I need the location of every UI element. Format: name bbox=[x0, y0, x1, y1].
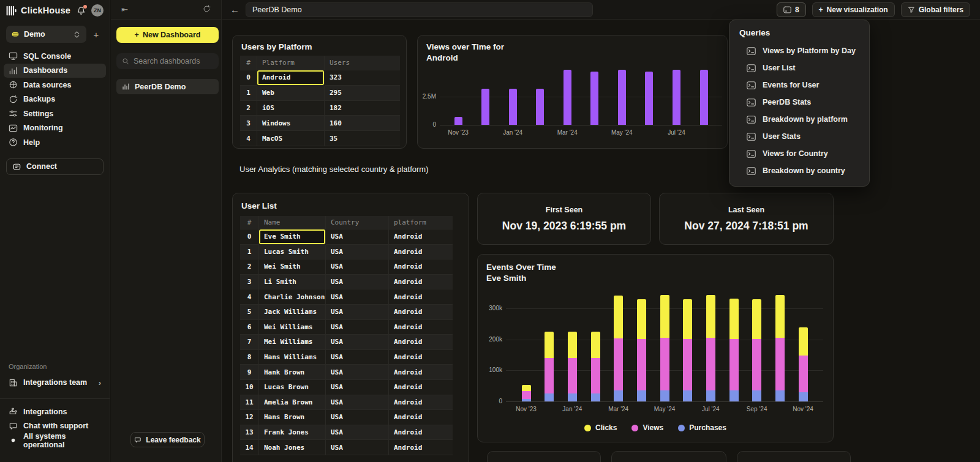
sidebar-item-dashboards[interactable]: Dashboards bbox=[4, 64, 106, 78]
table-cell[interactable]: 182 bbox=[325, 101, 400, 116]
table-cell[interactable]: Android bbox=[389, 440, 453, 455]
table-cell[interactable]: Wei Williams bbox=[259, 320, 326, 335]
sidebar-item-monitoring[interactable]: Monitoring bbox=[4, 121, 106, 136]
table-cell[interactable]: 10 bbox=[240, 380, 259, 395]
table-cell[interactable]: USA bbox=[326, 350, 389, 365]
table-cell[interactable]: USA bbox=[326, 335, 389, 350]
table-cell[interactable]: Android bbox=[389, 380, 453, 395]
table-cell[interactable]: Hank Brown bbox=[259, 365, 326, 380]
table-cell[interactable]: Android bbox=[389, 365, 453, 380]
table-cell[interactable]: Android bbox=[389, 229, 453, 245]
table-cell[interactable]: 13 bbox=[240, 425, 259, 441]
table-cell[interactable]: 5 bbox=[240, 305, 259, 320]
sidebar-item-help[interactable]: Help bbox=[4, 135, 106, 150]
sidebar-item-all-systems-operational[interactable]: All systems operational bbox=[4, 433, 106, 448]
table-cell[interactable]: 9 bbox=[240, 365, 259, 380]
table-cell[interactable]: Frank Jones bbox=[259, 425, 326, 441]
query-item-breakdown-by-platform[interactable]: Breakdown by platform bbox=[739, 111, 869, 128]
table-cell[interactable]: 295 bbox=[325, 86, 400, 101]
table-cell[interactable]: 160 bbox=[325, 116, 400, 131]
sidebar-item-settings[interactable]: Settings bbox=[4, 106, 106, 121]
table-cell[interactable]: 14 bbox=[240, 440, 259, 455]
query-item-views-by-platform-by-day[interactable]: Views by Platform by Day bbox=[739, 42, 869, 59]
table-cell[interactable]: Hans Williams bbox=[259, 350, 326, 365]
table-cell[interactable]: Android bbox=[389, 305, 453, 320]
table-cell[interactable]: Android bbox=[389, 335, 453, 350]
user-avatar[interactable]: ZN bbox=[91, 4, 104, 17]
sidebar-item-backups[interactable]: Backups bbox=[4, 92, 106, 107]
notifications-bell-icon[interactable] bbox=[77, 6, 86, 15]
table-cell[interactable]: 12 bbox=[240, 410, 259, 425]
collapse-panel-icon[interactable]: ⇤ bbox=[121, 5, 128, 14]
table-cell[interactable]: Android bbox=[257, 70, 325, 86]
table-cell[interactable]: 1 bbox=[240, 245, 259, 260]
add-workspace-button[interactable]: + bbox=[89, 29, 104, 40]
sidebar-item-sql-console[interactable]: SQL Console bbox=[4, 49, 106, 64]
query-item-views-for-country[interactable]: Views for Country bbox=[739, 145, 869, 162]
new-visualization-button[interactable]: + New visualization bbox=[812, 2, 895, 17]
table-cell[interactable]: Eve Smith bbox=[259, 229, 326, 245]
global-filters-button[interactable]: Global filters bbox=[901, 2, 970, 17]
table-cell[interactable]: 3 bbox=[240, 116, 257, 131]
table-cell[interactable]: 6 bbox=[240, 320, 259, 335]
refresh-icon[interactable] bbox=[203, 5, 211, 15]
table-cell[interactable]: Li Smith bbox=[259, 275, 326, 290]
table-cell[interactable]: USA bbox=[326, 275, 389, 290]
table-cell[interactable]: Android bbox=[389, 275, 453, 290]
table-cell[interactable]: 2 bbox=[240, 259, 259, 275]
table-cell[interactable]: USA bbox=[326, 305, 389, 320]
table-cell[interactable]: USA bbox=[326, 229, 389, 245]
back-arrow-icon[interactable]: ← bbox=[230, 4, 239, 15]
sidebar-item-data-sources[interactable]: Data sources bbox=[4, 78, 106, 92]
workspace-selector[interactable]: Demo bbox=[6, 26, 86, 43]
table-cell[interactable]: 2 bbox=[240, 101, 257, 116]
table-cell[interactable]: 7 bbox=[240, 335, 259, 350]
table-cell[interactable]: Lucas Brown bbox=[259, 380, 326, 395]
table-cell[interactable]: 4 bbox=[240, 131, 257, 146]
query-item-breakdown-by-country[interactable]: Breakdown by country bbox=[739, 162, 869, 179]
table-cell[interactable]: Charlie Johnson bbox=[259, 289, 326, 305]
table-cell[interactable]: USA bbox=[326, 395, 389, 411]
table-cell[interactable]: Noah Jones bbox=[259, 440, 326, 455]
table-cell[interactable]: 3 bbox=[240, 275, 259, 290]
table-cell[interactable]: Android bbox=[389, 410, 453, 425]
table-cell[interactable]: MacOS bbox=[257, 131, 325, 146]
query-item-events-for-user[interactable]: Events for User bbox=[739, 76, 869, 94]
leave-feedback-button[interactable]: Leave feedback bbox=[130, 432, 205, 447]
dashboard-list-item[interactable]: PeerDB Demo bbox=[116, 79, 219, 94]
table-cell[interactable]: Hans Brown bbox=[259, 410, 326, 425]
table-cell[interactable]: USA bbox=[326, 320, 389, 335]
table-cell[interactable]: 35 bbox=[325, 131, 400, 146]
table-cell[interactable]: Android bbox=[389, 395, 453, 411]
table-cell[interactable]: USA bbox=[326, 245, 389, 260]
search-dashboards-input[interactable] bbox=[134, 57, 213, 65]
table-cell[interactable]: Android bbox=[389, 259, 453, 275]
table-cell[interactable]: USA bbox=[326, 365, 389, 380]
table-cell[interactable]: Wei Smith bbox=[259, 259, 326, 275]
table-cell[interactable]: USA bbox=[326, 380, 389, 395]
connect-button[interactable]: Connect bbox=[6, 158, 104, 175]
table-cell[interactable]: Lucas Smith bbox=[259, 245, 326, 260]
table-cell[interactable]: Windows bbox=[257, 116, 325, 131]
table-cell[interactable]: Amelia Brown bbox=[259, 395, 326, 411]
table-cell[interactable]: Android bbox=[389, 350, 453, 365]
table-cell[interactable]: 0 bbox=[240, 70, 257, 86]
table-cell[interactable]: Android bbox=[389, 425, 453, 441]
queries-count-button[interactable]: 8 bbox=[777, 2, 806, 17]
table-cell[interactable]: 1 bbox=[240, 86, 257, 101]
table-cell[interactable]: iOS bbox=[257, 101, 325, 116]
table-cell[interactable]: 11 bbox=[240, 395, 259, 411]
table-cell[interactable]: 323 bbox=[325, 70, 400, 86]
sidebar-item-chat-with-support[interactable]: Chat with support bbox=[4, 419, 106, 434]
table-cell[interactable]: Mei Williams bbox=[259, 335, 326, 350]
table-cell[interactable]: 4 bbox=[240, 289, 259, 305]
table-cell[interactable]: USA bbox=[326, 440, 389, 455]
table-cell[interactable]: USA bbox=[326, 289, 389, 305]
query-item-user-list[interactable]: User List bbox=[739, 59, 869, 76]
table-cell[interactable]: 0 bbox=[240, 229, 259, 245]
dashboard-title-input[interactable] bbox=[246, 2, 593, 17]
new-dashboard-button[interactable]: + New Dashboard bbox=[116, 27, 219, 43]
query-item-peerdb-stats[interactable]: PeerDB Stats bbox=[739, 94, 869, 111]
table-cell[interactable]: 8 bbox=[240, 350, 259, 365]
table-cell[interactable]: USA bbox=[326, 410, 389, 425]
